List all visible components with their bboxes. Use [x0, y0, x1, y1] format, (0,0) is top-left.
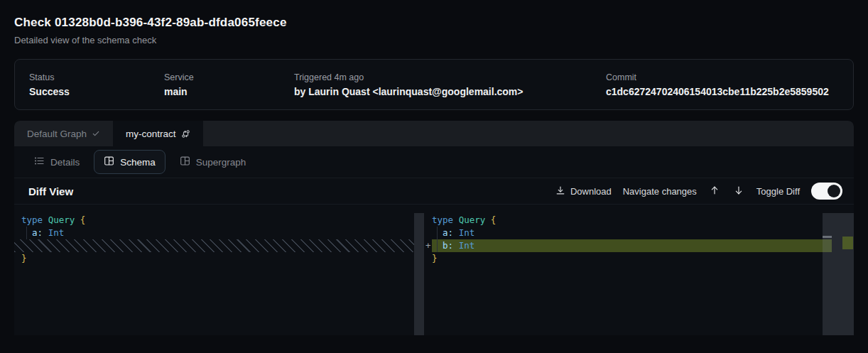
diff-toolbar: Download Navigate changes Toggle Diff — [555, 183, 842, 200]
commit-column: Commit c1dc62724702406154013cbe11b225b2e… — [606, 72, 853, 97]
git-compare-icon — [181, 129, 190, 139]
code-line: type Query { — [21, 214, 424, 227]
service-value: main — [164, 86, 294, 97]
tab-my-contract[interactable]: my-contract — [113, 121, 203, 146]
arrow-down-icon — [734, 185, 744, 197]
status-value: Success — [29, 86, 164, 97]
download-button[interactable]: Download — [555, 185, 612, 197]
tab-default-graph-label: Default Graph — [27, 129, 87, 139]
added-line-marker: + — [425, 239, 431, 252]
overview-ruler-added-marker — [842, 237, 853, 249]
diff-view-title: Diff View — [28, 185, 73, 197]
next-change-button[interactable] — [732, 184, 745, 199]
status-column: Status Success — [15, 72, 164, 97]
download-icon — [555, 185, 565, 197]
tab-schema-label: Schema — [120, 157, 156, 168]
navigate-changes-label: Navigate changes — [623, 186, 697, 197]
schema-check-panel: Default Graph my-contract D — [14, 121, 854, 335]
graph-tab-strip: Default Graph my-contract — [14, 121, 854, 146]
view-tab-strip: Details Schema Supergraph — [14, 146, 854, 178]
diff-pane-original[interactable]: type Query { a: Int} — [14, 205, 424, 335]
code-line: } — [21, 252, 424, 265]
code-line: a: Int — [21, 227, 424, 239]
tab-my-contract-label: my-contract — [126, 129, 176, 139]
tab-default-graph[interactable]: Default Graph — [14, 121, 113, 146]
toggle-diff-label: Toggle Diff — [756, 186, 800, 197]
tab-schema[interactable]: Schema — [94, 150, 166, 174]
tab-details-label: Details — [50, 157, 80, 168]
toggle-diff-switch[interactable] — [811, 183, 842, 200]
page-subtitle: Detailed view of the schema check — [14, 35, 854, 45]
triggered-column: Triggered 4m ago by Laurin Quast <laurin… — [294, 72, 606, 97]
code-line: } — [432, 252, 832, 265]
scrollbar-slider[interactable] — [823, 236, 832, 238]
schema-diff-editor: type Query { a: Int} + type Query { a: I… — [14, 205, 854, 335]
commit-label: Commit — [606, 72, 853, 82]
tab-supergraph[interactable]: Supergraph — [170, 150, 256, 174]
diff-pane-modified[interactable]: + type Query { a: Int b: Int} — [424, 205, 854, 335]
columns-icon — [180, 156, 190, 168]
service-column: Service main — [164, 72, 294, 97]
left-scrollbar[interactable] — [414, 213, 424, 335]
status-label: Status — [29, 72, 164, 82]
tab-details[interactable]: Details — [24, 150, 89, 174]
code-line: b: Int — [432, 239, 832, 252]
original-code: type Query { a: Int} — [14, 205, 424, 265]
arrow-up-icon — [710, 185, 720, 197]
right-scrollbar[interactable] — [823, 213, 854, 335]
previous-change-button[interactable] — [708, 184, 721, 199]
code-line: a: Int — [432, 227, 832, 239]
code-line: type Query { — [432, 214, 832, 227]
check-icon — [92, 129, 100, 138]
page-header: Check 01328b0d-b396-43f2-89ab-dfda065fee… — [0, 0, 868, 45]
columns-icon — [104, 156, 114, 168]
list-icon — [34, 156, 45, 168]
triggered-label: Triggered 4m ago — [294, 72, 606, 82]
check-meta-card: Status Success Service main Triggered 4m… — [14, 59, 854, 110]
tab-supergraph-label: Supergraph — [196, 157, 246, 168]
triggered-value: by Laurin Quast <laurinquast@googlemail.… — [294, 86, 606, 97]
code-line — [14, 239, 414, 252]
page-title: Check 01328b0d-b396-43f2-89ab-dfda065fee… — [14, 16, 854, 30]
service-label: Service — [164, 72, 294, 82]
diff-view-header: Diff View Download Navigate changes — [14, 178, 854, 205]
commit-value: c1dc62724702406154013cbe11b225b2e5859502 — [606, 86, 853, 97]
modified-code: type Query { a: Int b: Int} — [424, 205, 854, 265]
toggle-knob — [828, 185, 840, 197]
download-button-label: Download — [570, 186, 612, 197]
